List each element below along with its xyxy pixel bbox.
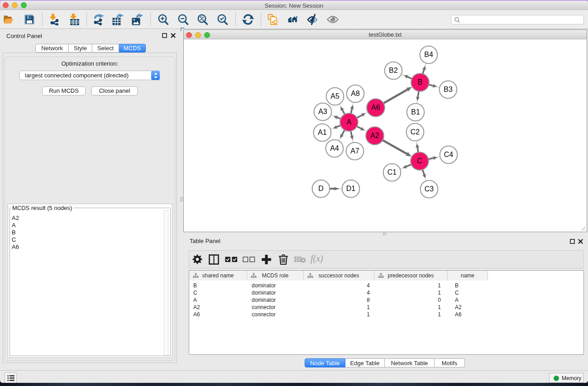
svg-text:B: B — [418, 78, 423, 86]
svg-text:C4: C4 — [444, 151, 454, 158]
svg-text:A2: A2 — [370, 132, 379, 139]
svg-text:A4: A4 — [330, 144, 339, 152]
svg-text:B4: B4 — [424, 51, 433, 58]
svg-text:D1: D1 — [346, 185, 356, 192]
svg-text:B1: B1 — [411, 108, 420, 116]
svg-text:A: A — [347, 118, 352, 126]
svg-text:A6: A6 — [371, 104, 380, 111]
svg-text:B3: B3 — [444, 86, 453, 93]
svg-text:A5: A5 — [330, 92, 339, 100]
svg-text:B2: B2 — [389, 67, 398, 74]
svg-text:C3: C3 — [425, 185, 434, 193]
svg-text:C1: C1 — [387, 168, 397, 176]
svg-text:C2: C2 — [411, 128, 420, 136]
svg-text:A8: A8 — [351, 90, 360, 97]
svg-text:C: C — [417, 157, 422, 165]
svg-text:D: D — [318, 185, 324, 192]
svg-text:A1: A1 — [318, 129, 327, 136]
svg-text:A7: A7 — [350, 147, 359, 155]
svg-text:A3: A3 — [318, 108, 327, 115]
